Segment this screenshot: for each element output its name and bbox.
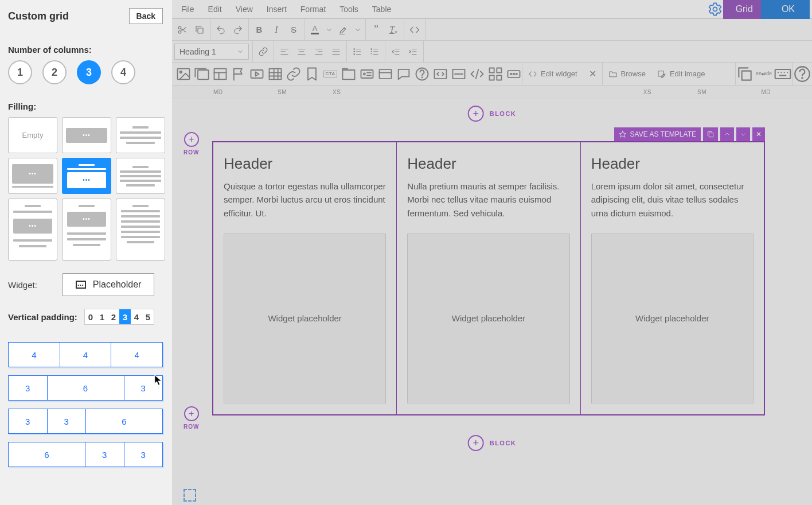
add-block-top-button[interactable]: + [468,106,484,122]
align-left-button[interactable] [278,45,291,59]
insert-bookmark-button[interactable] [304,66,320,82]
column-opt-1[interactable]: 1 [8,60,32,84]
grid-mode-button[interactable]: Grid [723,0,761,19]
row-duplicate-button[interactable] [703,127,718,141]
insert-tabs-button[interactable] [341,66,357,82]
row-move-down-button[interactable] [736,127,750,141]
keyboard-button[interactable] [774,65,792,83]
vpad-0[interactable]: 0 [85,309,96,324]
filling-tall-3[interactable] [116,199,165,261]
col1-placeholder[interactable]: Widget placeholder [224,234,386,403]
vpad-1[interactable]: 1 [96,309,108,324]
insert-layout-button[interactable] [212,66,228,82]
filling-image-only[interactable]: ••• [62,117,111,153]
insert-card-button[interactable] [359,66,375,82]
grid-column-2[interactable]: Header Nulla pretium mauris at semper fa… [397,142,580,414]
vpad-3[interactable]: 3 [119,309,131,324]
insert-comment-button[interactable] [396,66,412,82]
browse-button[interactable]: Browse [603,69,651,79]
column-opt-3[interactable]: 3 [77,60,101,84]
vpad-2[interactable]: 2 [108,309,119,324]
indent-button[interactable] [406,45,420,59]
align-center-button[interactable] [295,45,309,59]
edit-widget-close[interactable]: ✕ [583,68,602,79]
strikethrough-button[interactable]: S [287,23,300,37]
vpad-5[interactable]: 5 [142,309,154,324]
ok-button[interactable]: OK [761,0,810,19]
highlight-button[interactable] [337,23,350,37]
row-move-up-button[interactable] [720,127,734,141]
blockquote-button[interactable]: ” [369,23,383,37]
insert-link-button[interactable] [286,66,302,82]
bullet-list-button[interactable] [350,45,364,59]
insert-gallery-button[interactable] [194,66,210,82]
cut-button[interactable] [175,23,189,37]
column-opt-4[interactable]: 4 [111,60,135,84]
undo-button[interactable] [214,23,228,37]
filling-header-text[interactable] [116,158,165,194]
insert-flag-button[interactable] [231,66,247,82]
vpad-4[interactable]: 4 [131,309,142,324]
insert-help-button[interactable] [414,66,430,82]
copy-button[interactable] [193,23,206,37]
save-as-template-button[interactable]: SAVE AS TEMPLATE [614,127,701,141]
filling-tall-1[interactable]: ••• [8,199,57,261]
duplicate-button[interactable] [736,65,754,83]
filling-text-lines[interactable] [116,117,165,153]
text-color-dropdown[interactable] [325,23,333,37]
grid-variant-336[interactable]: 3 3 6 [8,409,163,434]
insert-hr-button[interactable] [451,66,467,82]
insert-embed-button[interactable] [432,66,448,82]
menu-edit[interactable]: Edit [201,5,229,14]
edit-widget-button[interactable]: Edit widget [522,69,583,79]
menu-format[interactable]: Format [294,5,333,14]
insert-video-button[interactable] [249,66,265,82]
grid-variant-444[interactable]: 4 4 4 [8,342,163,367]
outdent-button[interactable] [389,45,403,59]
translate-button[interactable]: en⇄de [754,71,774,76]
text-color-button[interactable]: A [308,23,322,37]
bold-button[interactable]: B [252,23,266,37]
link-button[interactable] [256,45,270,59]
insert-widget-button[interactable] [487,66,503,82]
menu-table[interactable]: Table [365,5,398,14]
menu-insert[interactable]: Insert [260,5,294,14]
add-block-bottom-button[interactable]: + [468,435,484,451]
highlight-dropdown[interactable] [354,23,362,37]
grid-variant-633[interactable]: 6 3 3 [8,442,163,467]
filling-tall-2[interactable]: ••• [62,199,111,261]
menu-view[interactable]: View [229,5,260,14]
edit-image-button[interactable]: Edit image [651,69,710,79]
align-justify-button[interactable] [329,45,343,59]
align-right-button[interactable] [312,45,326,59]
filling-empty[interactable]: Empty [8,117,57,153]
insert-snippet-button[interactable] [469,66,485,82]
filling-header-image[interactable]: ••• [62,158,111,194]
insert-image-button[interactable] [175,66,192,82]
redo-button[interactable] [231,23,245,37]
widget-select[interactable]: ••• Placeholder [63,273,155,296]
clear-format-button[interactable]: T× [387,23,400,37]
insert-panel-button[interactable] [377,66,393,82]
grid-row[interactable]: Header Quisque a tortor egestas nulla ul… [212,141,765,415]
insert-table-button[interactable] [267,66,283,82]
numbered-list-button[interactable] [368,45,381,59]
grid-column-1[interactable]: Header Quisque a tortor egestas nulla ul… [213,142,397,414]
italic-button[interactable]: I [270,23,283,37]
add-row-top-button[interactable]: + [184,132,199,147]
menu-tools[interactable]: Tools [333,5,365,14]
heading-select[interactable]: Heading 1 [174,44,249,60]
selection-tool[interactable] [184,489,196,502]
help-button[interactable] [793,64,812,84]
insert-cta-button[interactable]: CTA [322,71,338,77]
back-button[interactable]: Back [129,8,163,24]
grid-column-3[interactable]: Header Lorem ipsum dolor sit amet, conse… [581,142,764,414]
code-view-button[interactable] [408,23,421,37]
settings-button[interactable] [707,1,723,17]
filling-image-caption[interactable]: ••• [8,158,57,194]
col3-placeholder[interactable]: Widget placeholder [591,234,754,403]
col2-placeholder[interactable]: Widget placeholder [407,234,569,403]
column-opt-2[interactable]: 2 [42,60,67,84]
row-delete-button[interactable]: ✕ [752,127,765,141]
insert-more-button[interactable] [506,66,522,82]
